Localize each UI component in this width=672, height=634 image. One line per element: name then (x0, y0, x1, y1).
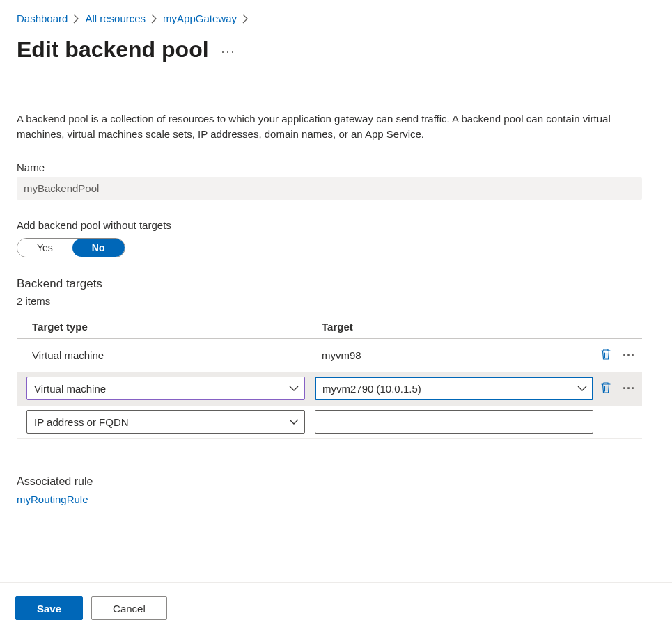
column-header-target-type: Target type (17, 321, 315, 333)
backend-targets-count: 2 items (17, 295, 657, 307)
breadcrumb-link-dashboard[interactable]: Dashboard (17, 13, 68, 24)
delete-target-button[interactable] (597, 379, 614, 399)
target-row: IP address or FQDN (17, 406, 642, 439)
breadcrumb-link-app-gateway[interactable]: myAppGateway (163, 13, 237, 24)
associated-rule-label: Associated rule (17, 475, 657, 488)
breadcrumb: Dashboard All resources myAppGateway (17, 13, 657, 24)
chevron-down-icon (289, 419, 299, 425)
chevron-right-icon (242, 14, 249, 24)
toggle-no[interactable]: No (72, 239, 125, 257)
more-actions-icon[interactable]: ··· (221, 40, 236, 59)
save-button[interactable]: Save (15, 596, 83, 620)
column-header-target: Target (315, 321, 642, 333)
cancel-button[interactable]: Cancel (91, 596, 167, 620)
trash-icon (600, 348, 611, 363)
trash-icon (600, 381, 611, 396)
breadcrumb-link-all-resources[interactable]: All resources (85, 13, 146, 24)
row-more-icon[interactable]: ··· (620, 381, 638, 396)
chevron-right-icon (73, 14, 79, 24)
name-label: Name (17, 161, 657, 173)
target-type-select[interactable]: Virtual machine (26, 377, 305, 400)
target-type-select[interactable]: IP address or FQDN (26, 410, 305, 434)
target-type-value: Virtual machine (17, 349, 315, 361)
chevron-down-icon (289, 386, 299, 392)
page-title: Edit backend pool (17, 37, 209, 63)
without-targets-label: Add backend pool without targets (17, 219, 657, 231)
target-value: myvm98 (315, 349, 597, 361)
target-input[interactable] (315, 410, 593, 434)
delete-target-button[interactable] (597, 345, 614, 365)
backend-targets-label: Backend targets (17, 277, 657, 291)
page-description: A backend pool is a collection of resour… (17, 111, 647, 142)
target-row: Virtual machine myvm2790 (10.0.1.5) (17, 372, 642, 406)
target-type-select-value: IP address or FQDN (34, 416, 129, 428)
target-select[interactable]: myvm2790 (10.0.1.5) (315, 377, 593, 400)
chevron-down-icon (577, 386, 587, 392)
chevron-right-icon (151, 14, 157, 24)
target-type-select-value: Virtual machine (34, 383, 106, 395)
toggle-yes[interactable]: Yes (17, 239, 72, 257)
associated-rule-link[interactable]: myRoutingRule (17, 493, 88, 505)
footer: Save Cancel (0, 582, 672, 634)
targets-table: Target type Target Virtual machine myvm9… (17, 314, 642, 439)
target-row: Virtual machine myvm98 ··· (17, 339, 642, 372)
without-targets-toggle: Yes No (17, 238, 125, 257)
name-input[interactable] (17, 177, 642, 200)
target-select-value: myvm2790 (10.0.1.5) (322, 383, 421, 395)
row-more-icon[interactable]: ··· (620, 348, 638, 363)
